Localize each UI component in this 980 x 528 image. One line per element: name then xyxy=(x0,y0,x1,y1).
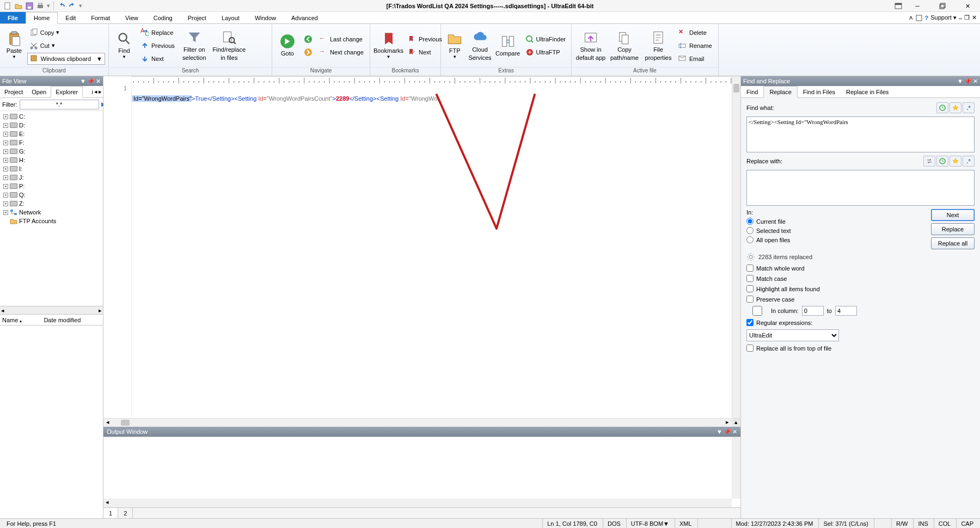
mdi-restore-icon[interactable]: ❐ xyxy=(964,14,970,21)
tree-drive[interactable]: +F: xyxy=(1,138,102,147)
find-next-button[interactable]: Next xyxy=(138,53,177,65)
find-tab-find[interactable]: Find xyxy=(741,86,763,97)
replace-swap-icon[interactable] xyxy=(923,156,935,167)
show-in-default-button[interactable]: Show indefault app xyxy=(575,26,607,65)
in-column-check[interactable]: In column: xyxy=(746,306,799,316)
copy-button[interactable]: Copy ▾ xyxy=(27,27,105,39)
match-whole-word-check[interactable]: Match whole word xyxy=(746,265,975,272)
find-favorite-icon[interactable] xyxy=(950,102,961,113)
editor-v-scrollbar[interactable] xyxy=(732,76,740,418)
col-name[interactable]: Name ▴ xyxy=(2,317,22,323)
from-top-check[interactable]: Replace all is from top of file xyxy=(746,345,975,352)
tree-network[interactable]: +Network xyxy=(1,208,102,217)
find-dropdown-icon[interactable]: ▼ xyxy=(957,78,963,85)
tab-advanced[interactable]: Advanced xyxy=(284,12,326,23)
cut-button[interactable]: Cut ▾ xyxy=(27,40,105,52)
output-dropdown-icon[interactable]: ▼ xyxy=(716,428,722,435)
output-window[interactable]: ◂ xyxy=(103,437,740,507)
options-icon[interactable] xyxy=(915,14,923,22)
minimize-button[interactable]: ─ xyxy=(905,0,930,12)
ultraftp-button[interactable]: UltraFTP xyxy=(523,46,568,58)
panel-close-icon[interactable]: ✕ xyxy=(96,78,101,85)
find-in-files-button[interactable]: Find/replacein files xyxy=(212,26,247,65)
col-from-input[interactable] xyxy=(802,306,824,316)
nav-forward-button[interactable] xyxy=(302,46,315,58)
tab-view[interactable]: View xyxy=(118,12,146,23)
preserve-case-check[interactable]: Preserve case xyxy=(746,296,975,303)
filter-input[interactable] xyxy=(20,100,99,109)
undo-icon[interactable] xyxy=(57,2,66,10)
regex-check[interactable]: Regular expressions: xyxy=(746,319,975,326)
col-to-input[interactable] xyxy=(835,306,857,316)
find-history-icon[interactable] xyxy=(936,102,948,113)
rename-file-button[interactable]: Rename xyxy=(676,40,714,52)
redo-icon[interactable] xyxy=(68,2,77,10)
tab-coding[interactable]: Coding xyxy=(146,12,180,23)
tab-format[interactable]: Format xyxy=(83,12,118,23)
replace-favorite-icon[interactable] xyxy=(950,156,961,167)
in-all-open-radio[interactable]: All open files xyxy=(746,236,791,243)
status-lang[interactable]: XML xyxy=(675,519,696,528)
fv-tab-open[interactable]: Open xyxy=(27,86,51,97)
tree-drive[interactable]: +J: xyxy=(1,173,102,182)
status-enc[interactable]: UTF-8 BOM ▼ xyxy=(626,519,673,528)
find-tab-findinfiles[interactable]: Find in Files xyxy=(798,86,841,97)
bookmark-prev-button[interactable]: Previous xyxy=(406,33,444,45)
nav-back-button[interactable] xyxy=(302,33,315,45)
status-cap[interactable]: CAP xyxy=(956,519,978,528)
tree-drive[interactable]: +E: xyxy=(1,130,102,138)
clipboard-selector[interactable]: Windows clipboard ▼ xyxy=(27,53,105,65)
next-change-button[interactable]: →Next change xyxy=(317,46,366,58)
paste-button[interactable]: Paste▼ xyxy=(3,26,25,65)
bookmarks-button[interactable]: Bookmarks▼ xyxy=(373,26,403,65)
tree-drive[interactable]: +G: xyxy=(1,147,102,156)
next-button[interactable]: Next xyxy=(931,209,975,221)
regex-engine-select[interactable]: UltraEdit xyxy=(746,329,839,341)
replace-all-button[interactable]: Replace all xyxy=(931,237,975,249)
editor-h-scrollbar[interactable]: ◂ ▸ ▴ xyxy=(103,418,740,427)
doc-window-icon[interactable] xyxy=(892,0,905,12)
find-what-input[interactable]: </Setting><Setting Id="WrongWordPairs xyxy=(746,116,975,152)
status-col[interactable]: COL xyxy=(934,519,955,528)
output-pin-icon[interactable]: 📌 xyxy=(724,428,731,435)
replace-one-button[interactable]: Replace xyxy=(931,223,975,235)
find-button[interactable]: Find▼ xyxy=(112,26,136,65)
tree-drive[interactable]: +D: xyxy=(1,121,102,130)
support-dropdown[interactable]: Support ▾ xyxy=(930,14,957,21)
find-pin-icon[interactable]: 📌 xyxy=(964,78,972,85)
gear-icon[interactable] xyxy=(746,253,755,261)
replace-with-input[interactable] xyxy=(746,170,975,206)
ultrafinder-button[interactable]: UltraFinder xyxy=(523,33,568,45)
tree-ftp-accounts[interactable]: FTP Accounts xyxy=(1,217,102,225)
fv-h-scrollbar[interactable]: ◂▸ xyxy=(0,306,103,315)
match-case-check[interactable]: Match case xyxy=(746,275,975,282)
tree-drive[interactable]: +H: xyxy=(1,156,102,164)
fv-tab-info-icon[interactable]: i xyxy=(92,89,93,95)
status-dos[interactable]: DOS xyxy=(603,519,625,528)
file-properties-button[interactable]: Fileproperties xyxy=(642,26,674,65)
goto-button[interactable]: Goto xyxy=(275,26,299,65)
output-close-icon[interactable]: ✕ xyxy=(732,428,737,435)
copy-path-button[interactable]: Copypath/name xyxy=(609,26,640,65)
compare-button[interactable]: Compare xyxy=(495,26,521,65)
status-rw[interactable]: R/W xyxy=(891,519,912,528)
doc-tab-2[interactable]: 2 xyxy=(118,508,133,518)
output-v-scrollbar[interactable] xyxy=(732,437,740,499)
doc-tab-1[interactable]: 1 xyxy=(103,508,118,518)
maximize-button[interactable] xyxy=(930,0,955,12)
find-tab-replace[interactable]: Replace xyxy=(763,86,797,98)
replace-regex-helper-icon[interactable]: .* xyxy=(963,156,975,167)
tab-project[interactable]: Project xyxy=(180,12,214,23)
cloud-button[interactable]: CloudServices xyxy=(467,26,492,65)
in-selected-text-radio[interactable]: Selected text xyxy=(746,227,791,234)
replace-button[interactable]: ACReplace xyxy=(138,27,177,39)
highlight-all-check[interactable]: Highlight all items found xyxy=(746,285,975,292)
delete-file-button[interactable]: ✕Delete xyxy=(676,27,714,39)
find-close-icon[interactable]: ✕ xyxy=(973,78,978,85)
open-file-icon[interactable] xyxy=(14,2,23,10)
bookmark-next-button[interactable]: Next xyxy=(406,46,444,58)
col-date[interactable]: Date modified xyxy=(44,317,81,323)
ftp-button[interactable]: FTP▼ xyxy=(444,26,465,65)
text-editor[interactable]: 1 Id="WrongWordPairs">True</Setting><Set… xyxy=(103,76,740,418)
tree-drive[interactable]: +I: xyxy=(1,164,102,173)
